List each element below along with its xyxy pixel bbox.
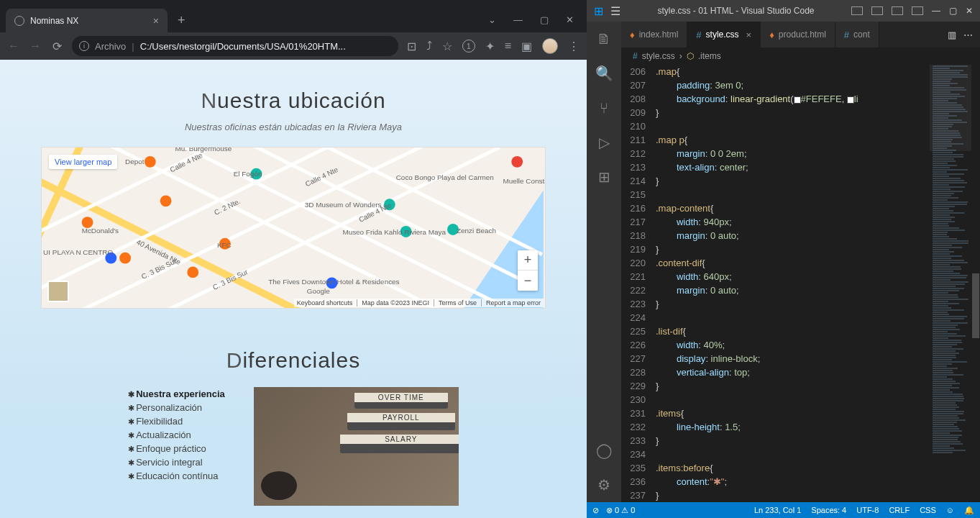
svg-point-19 [145,156,156,168]
minimap-slider[interactable] [930,65,971,151]
tab-close-icon[interactable]: × [746,29,752,40]
star-icon[interactable]: ☆ [442,40,452,53]
map-credits: Keyboard shortcuts Map data ©2023 INEGI … [294,299,544,307]
eol[interactable]: CRLF [889,506,910,514]
list-item: Actualización [128,428,225,442]
layout-icon[interactable] [892,6,903,15]
chrome-browser: Nominas NX × + ⌄ — ▢ ✕ ← → ⟳ i Archivo |… [0,0,587,518]
svg-text:El Fogón: El Fogón [234,170,262,178]
search-icon[interactable]: 🔍 [595,65,613,82]
cursor-position[interactable]: Ln 233, Col 1 [754,506,801,514]
side-panel-icon[interactable]: ▣ [521,40,532,53]
embedded-map[interactable]: El Fogón Coco Bongo Playa del Carmen 3D … [41,147,546,309]
account-icon[interactable]: ◯ [595,442,613,459]
indentation[interactable]: Spaces: 4 [811,506,846,514]
remote-icon[interactable]: ⊘ [592,506,599,515]
breadcrumb[interactable]: # style.css › ⬡ .items [621,47,980,65]
close-icon[interactable]: ✕ [966,6,973,16]
editor-area: ♦index.html #style.css× ♦product.html #c… [621,22,980,502]
toolbar-right: ⊡ ⤴ ☆ 1 ✦ ≡ ▣ ⋮ [407,38,580,54]
scrollbar-thumb[interactable] [972,273,979,338]
svg-text:KFC: KFC [217,241,232,249]
new-tab-button[interactable]: + [168,9,196,32]
editor-tabs: ♦index.html #style.css× ♦product.html #c… [621,22,980,47]
layout-icon[interactable] [871,6,883,15]
list-item: Enfoque práctico [128,442,225,455]
browser-tab[interactable]: Nominas NX × [6,9,168,32]
zoom-in-button[interactable]: + [518,250,538,271]
feedback-icon[interactable]: ☺ [946,506,954,514]
svg-point-20 [160,195,172,206]
settings-gear-icon[interactable]: ⚙ [595,476,613,494]
back-icon[interactable]: ← [7,40,20,53]
layout-icon[interactable] [851,6,863,15]
vscode-menu-icon[interactable]: ☰ [610,4,620,18]
menu-icon[interactable]: ⋮ [568,40,580,53]
minimize-icon[interactable]: — [513,14,523,25]
map-type-thumbnail[interactable] [47,281,69,302]
window-controls: ⌄ — ▢ ✕ [488,14,587,32]
vertical-scrollbar[interactable] [971,65,980,502]
line-gutter: 2062072082092102112122132142152162172182… [621,65,656,502]
url-text: C:/Users/nestorgil/Documents/USA/01%20HT… [140,41,346,52]
maximize-icon[interactable]: ▢ [540,14,549,25]
profile-avatar[interactable] [542,38,558,54]
svg-text:3D Museum of Wonders: 3D Museum of Wonders [305,201,382,209]
more-actions-icon[interactable]: ⋯ [963,29,973,40]
svg-text:Mu. Burgermouse: Mu. Burgermouse [175,147,232,153]
webpage-content: Nuestra ubicación Nuestras oficinas está… [0,60,587,518]
update-badge[interactable]: 1 [462,40,475,53]
globe-icon [14,16,24,26]
symbol-icon: ⬡ [687,51,694,61]
layout-icon[interactable] [912,6,923,15]
list-item: Servicio integral [128,455,225,469]
tab-title: Nominas NX [30,16,78,26]
close-icon[interactable]: ✕ [566,14,574,25]
url-scheme: Archivo [95,41,126,52]
vscode-window-title: style.css - 01 HTML - Visual Studio Code [628,6,844,16]
tab-style-css[interactable]: #style.css× [687,22,761,47]
language-mode[interactable]: CSS [920,506,936,514]
vscode-logo-icon: ⊞ [594,4,603,18]
reload-icon[interactable]: ⟳ [50,40,63,53]
list-item: Flexibilidad [128,414,225,428]
reading-list-icon[interactable]: ≡ [505,40,511,53]
debug-icon[interactable]: ▷ [595,134,613,151]
forward-icon[interactable]: → [29,40,42,53]
svg-point-21 [119,253,131,264]
errors-badge[interactable]: ⊗ 0 ⚠ 0 [606,506,635,515]
info-icon[interactable]: i [79,41,89,51]
svg-text:UI PLAYA N CENTRO: UI PLAYA N CENTRO [43,248,113,256]
explorer-icon[interactable]: 🗎 [595,30,613,47]
split-editor-icon[interactable]: ▥ [948,29,956,40]
share-icon[interactable]: ⤴ [426,40,432,53]
svg-text:Muelle Constituyentes: Muelle Constituyentes [503,177,545,185]
svg-text:Coco Bongo Playa del Carmen: Coco Bongo Playa del Carmen [396,173,494,181]
maximize-icon[interactable]: ▢ [949,6,957,16]
svg-text:Zenzi Beach: Zenzi Beach [457,227,496,235]
source-control-icon[interactable]: ⑂ [595,99,613,117]
tab-close-icon[interactable]: × [153,15,159,27]
diferenciales-section: Diferenciales Nuestra experiencia Person… [0,348,587,506]
chevron-down-icon[interactable]: ⌄ [488,14,496,25]
view-larger-map-link[interactable]: View larger map [49,155,117,169]
list-item: Nuestra experiencia [128,387,225,401]
tab-cont[interactable]: #cont [835,22,879,47]
tab-product-html[interactable]: ♦product.html [761,22,835,47]
notifications-icon[interactable]: 🔔 [964,506,974,515]
activity-bar: 🗎 🔍 ⑂ ▷ ⊞ ◯ ⚙ [587,22,621,502]
location-heading: Nuestra ubicación [0,88,587,113]
tab-index-html[interactable]: ♦index.html [621,22,687,47]
svg-text:Google: Google [307,287,330,295]
extensions-icon[interactable]: ✦ [485,40,495,53]
extensions-icon[interactable]: ⊞ [595,168,613,186]
url-input[interactable]: i Archivo | C:/Users/nestorgil/Documents… [72,36,398,56]
svg-text:The Fives Downtown Hotel & Res: The Fives Downtown Hotel & Residences [268,278,399,286]
code-editor[interactable]: 2062072082092102112122132142152162172182… [621,65,980,502]
encoding[interactable]: UTF-8 [856,506,879,514]
diff-heading: Diferenciales [0,348,587,373]
translate-icon[interactable]: ⊡ [407,40,416,53]
zoom-out-button[interactable]: − [518,271,538,291]
minimize-icon[interactable]: — [932,6,940,16]
list-item: Educación contínua [128,469,225,483]
